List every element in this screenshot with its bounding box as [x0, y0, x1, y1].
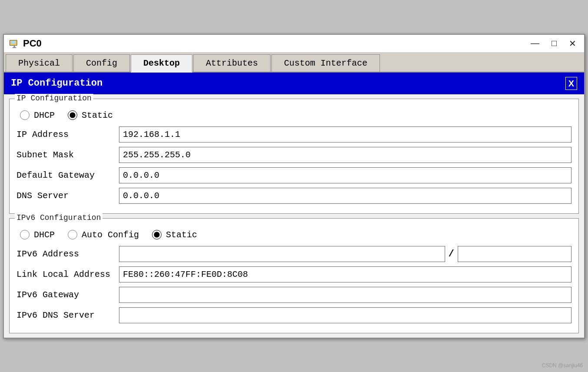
tab-desktop[interactable]: Desktop	[131, 54, 192, 73]
default-gateway-input[interactable]	[119, 167, 571, 183]
ipv6-dhcp-label: DHCP	[34, 230, 55, 240]
ipv6-address-row: IPv6 Address /	[17, 246, 571, 262]
ipv6-auto-radio[interactable]	[68, 230, 77, 239]
dns-server-label: DNS Server	[17, 191, 112, 201]
ipv6-address-input-group: /	[119, 246, 571, 262]
window-title: PC0	[23, 38, 42, 49]
ipv6-config-section-label: IPv6 Configuration	[15, 213, 102, 222]
title-controls: — □ ✕	[528, 37, 579, 50]
ipv6-auto-label: Auto Config	[82, 230, 139, 240]
panel-title: IP Configuration	[11, 78, 102, 89]
title-bar: PC0 — □ ✕	[4, 35, 584, 53]
tab-physical[interactable]: Physical	[6, 54, 73, 72]
ipv6-static-radio[interactable]	[152, 230, 162, 239]
ipv6-gateway-row: IPv6 Gateway	[17, 287, 571, 303]
panel-close-button[interactable]: X	[565, 77, 577, 90]
panel-header: IP Configuration X	[4, 73, 584, 94]
ipv6-dns-label: IPv6 DNS Server	[17, 310, 112, 320]
dhcp-label: DHCP	[34, 110, 55, 120]
ipv6-prefix-input[interactable]	[458, 246, 571, 262]
ip-address-row: IP Address	[17, 126, 571, 143]
static-radio[interactable]	[68, 110, 77, 120]
ipv6-mode-radio-group: DHCP Auto Config Static	[20, 230, 568, 240]
content-area: IP Configuration X IP Configuration DHCP…	[4, 73, 584, 333]
tab-attributes[interactable]: Attributes	[193, 54, 271, 72]
watermark: CSDN @sanjiu46	[542, 362, 583, 369]
ipv6-static-radio-label[interactable]: Static	[152, 230, 197, 240]
subnet-mask-row: Subnet Mask	[17, 147, 571, 163]
ipv6-auto-radio-label[interactable]: Auto Config	[68, 230, 139, 240]
link-local-row: Link Local Address	[17, 266, 571, 282]
static-radio-label[interactable]: Static	[68, 110, 113, 120]
close-button[interactable]: ✕	[566, 37, 579, 50]
tab-custom-interface[interactable]: Custom Interface	[271, 54, 380, 72]
dns-server-row: DNS Server	[17, 188, 571, 204]
pc-icon	[9, 38, 20, 49]
subnet-mask-label: Subnet Mask	[17, 150, 112, 160]
svg-rect-1	[11, 41, 16, 44]
ipv6-dhcp-radio[interactable]	[20, 230, 30, 239]
tab-bar: Physical Config Desktop Attributes Custo…	[4, 53, 584, 73]
ipv6-config-section: IPv6 Configuration DHCP Auto Config Stat…	[9, 218, 579, 333]
ipv6-dns-row: IPv6 DNS Server	[17, 307, 571, 323]
title-bar-left: PC0	[9, 38, 42, 49]
main-window: PC0 — □ ✕ Physical Config Desktop Attrib…	[3, 34, 585, 339]
ipv6-slash: /	[449, 249, 454, 259]
dhcp-radio[interactable]	[20, 110, 30, 120]
ipv6-dns-input[interactable]	[119, 307, 571, 323]
ip-config-section: IP Configuration DHCP Static IP Address	[9, 99, 579, 214]
link-local-label: Link Local Address	[17, 269, 112, 279]
ip-config-section-label: IP Configuration	[15, 94, 93, 103]
maximize-button[interactable]: □	[549, 37, 559, 49]
link-local-input[interactable]	[119, 266, 571, 282]
dns-server-input[interactable]	[119, 188, 571, 204]
ipv6-dhcp-radio-label[interactable]: DHCP	[20, 230, 55, 240]
svg-rect-3	[13, 47, 17, 48]
ipv6-static-label: Static	[166, 230, 197, 240]
default-gateway-label: Default Gateway	[17, 170, 112, 180]
default-gateway-row: Default Gateway	[17, 167, 571, 183]
subnet-mask-input[interactable]	[119, 147, 571, 163]
ipv6-gateway-input[interactable]	[119, 287, 571, 303]
ip-address-label: IP Address	[17, 130, 112, 140]
ipv6-address-input[interactable]	[119, 246, 445, 262]
svg-marker-2	[13, 45, 16, 47]
static-label: Static	[82, 110, 113, 120]
ip-mode-radio-group: DHCP Static	[20, 110, 568, 120]
ipv6-gateway-label: IPv6 Gateway	[17, 290, 112, 300]
ip-address-input[interactable]	[119, 126, 571, 143]
minimize-button[interactable]: —	[528, 37, 542, 49]
tab-config[interactable]: Config	[73, 54, 130, 72]
dhcp-radio-label[interactable]: DHCP	[20, 110, 55, 120]
ipv6-address-label: IPv6 Address	[17, 249, 112, 259]
